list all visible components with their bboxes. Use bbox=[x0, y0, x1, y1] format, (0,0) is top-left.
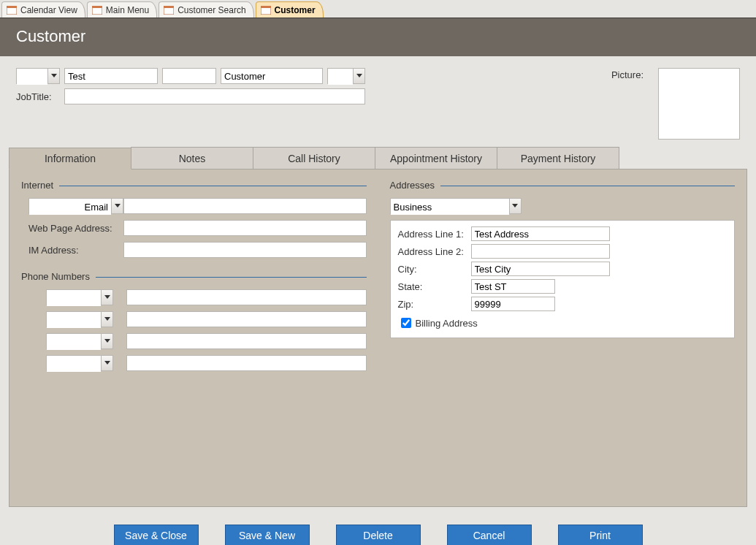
addr-city-input[interactable] bbox=[471, 262, 610, 276]
last-name-input[interactable] bbox=[221, 68, 323, 84]
svg-rect-1 bbox=[7, 6, 17, 8]
doc-tab-label: Main Menu bbox=[106, 5, 149, 15]
tab-label: Appointment History bbox=[390, 153, 482, 164]
form-header: Customer bbox=[0, 18, 756, 56]
tab-information[interactable]: Information bbox=[9, 148, 131, 169]
button-label: Delete bbox=[363, 530, 392, 541]
addr-zip-input[interactable] bbox=[471, 297, 555, 311]
svg-marker-10 bbox=[115, 204, 121, 207]
phone-number-input[interactable] bbox=[126, 311, 367, 327]
document-tab-bar: Calendar View Main Menu Customer Search … bbox=[0, 0, 756, 18]
suffix-input[interactable] bbox=[328, 69, 353, 85]
chevron-down-icon[interactable] bbox=[509, 199, 521, 213]
chevron-down-icon[interactable] bbox=[101, 312, 112, 327]
addr-line2-label: Address Line 2: bbox=[398, 246, 471, 257]
suffix-combo[interactable] bbox=[327, 68, 365, 84]
chevron-down-icon[interactable] bbox=[101, 290, 112, 305]
internet-group: Internet Web Page Address: bbox=[21, 180, 367, 258]
chevron-down-icon[interactable] bbox=[101, 334, 112, 348]
doc-tab-customer[interactable]: Customer bbox=[256, 1, 324, 18]
email-type-combo[interactable] bbox=[28, 198, 123, 214]
jobtitle-label: JobTitle: bbox=[16, 91, 60, 102]
svg-marker-8 bbox=[51, 74, 57, 77]
phone-type-input[interactable] bbox=[47, 312, 101, 328]
form-icon bbox=[7, 6, 17, 15]
svg-marker-15 bbox=[512, 204, 518, 207]
email-input[interactable] bbox=[123, 198, 367, 214]
tab-notes[interactable]: Notes bbox=[131, 147, 253, 169]
save-new-button[interactable]: Save & New bbox=[225, 525, 310, 545]
picture-label: Picture: bbox=[611, 68, 644, 80]
first-name-input[interactable] bbox=[64, 68, 158, 84]
name-area: JobTitle: Picture: bbox=[0, 56, 756, 147]
doc-tab-label: Customer Search bbox=[177, 5, 245, 15]
email-type-input[interactable] bbox=[29, 199, 111, 215]
svg-marker-13 bbox=[104, 339, 110, 343]
form-icon bbox=[92, 6, 102, 15]
web-address-input[interactable] bbox=[123, 220, 367, 236]
button-label: Save & Close bbox=[125, 530, 187, 541]
phone-number-input[interactable] bbox=[126, 333, 367, 349]
addr-line2-input[interactable] bbox=[471, 244, 610, 259]
save-close-button[interactable]: Save & Close bbox=[114, 525, 199, 545]
print-button[interactable]: Print bbox=[558, 525, 643, 545]
button-bar: Save & Close Save & New Delete Cancel Pr… bbox=[0, 516, 756, 545]
right-column: Addresses Address Line 1: Address Line 2… bbox=[390, 180, 736, 496]
im-address-input[interactable] bbox=[123, 242, 367, 258]
addresses-group: Addresses Address Line 1: Address Line 2… bbox=[390, 180, 736, 338]
doc-tab-customer-search[interactable]: Customer Search bbox=[159, 1, 253, 18]
phone-type-input[interactable] bbox=[47, 290, 101, 306]
phone-type-combo[interactable] bbox=[46, 355, 113, 371]
job-title-input[interactable] bbox=[64, 88, 365, 104]
chevron-down-icon[interactable] bbox=[101, 356, 112, 370]
button-label: Print bbox=[589, 530, 611, 541]
svg-marker-12 bbox=[104, 317, 110, 321]
address-panel: Address Line 1: Address Line 2: City: St… bbox=[390, 220, 736, 338]
addr-city-label: City: bbox=[398, 264, 471, 275]
tab-call-history[interactable]: Call History bbox=[253, 147, 375, 169]
phone-type-combo[interactable] bbox=[46, 311, 113, 327]
middle-name-input[interactable] bbox=[162, 68, 216, 84]
page-title: Customer bbox=[16, 27, 85, 45]
divider bbox=[440, 186, 735, 186]
addr-line1-input[interactable] bbox=[471, 226, 610, 241]
picture-box[interactable] bbox=[658, 68, 740, 140]
phone-type-combo[interactable] bbox=[46, 289, 113, 305]
delete-button[interactable]: Delete bbox=[336, 525, 421, 545]
internet-group-title: Internet bbox=[21, 180, 53, 191]
web-label: Web Page Address: bbox=[21, 223, 123, 234]
tab-label: Notes bbox=[179, 153, 206, 164]
tab-appointment-history[interactable]: Appointment History bbox=[375, 147, 497, 169]
chevron-down-icon[interactable] bbox=[47, 69, 59, 83]
form-icon bbox=[164, 6, 174, 15]
chevron-down-icon[interactable] bbox=[111, 199, 123, 213]
chevron-down-icon[interactable] bbox=[353, 69, 364, 83]
tab-label: Call History bbox=[288, 153, 340, 164]
addr-state-label: State: bbox=[398, 281, 471, 292]
prefix-combo[interactable] bbox=[16, 68, 60, 84]
divider bbox=[59, 186, 366, 186]
addr-state-input[interactable] bbox=[471, 279, 555, 294]
prefix-input[interactable] bbox=[17, 69, 47, 85]
phone-number-input[interactable] bbox=[126, 289, 367, 305]
addr-zip-label: Zip: bbox=[398, 299, 471, 310]
button-label: Cancel bbox=[473, 530, 505, 541]
im-label: IM Address: bbox=[21, 245, 123, 256]
phone-number-input[interactable] bbox=[126, 355, 367, 371]
phone-type-input[interactable] bbox=[47, 334, 101, 350]
tab-payment-history[interactable]: Payment History bbox=[497, 147, 619, 169]
cancel-button[interactable]: Cancel bbox=[447, 525, 532, 545]
picture-area: Picture: bbox=[611, 68, 740, 140]
address-type-input[interactable] bbox=[391, 199, 509, 215]
doc-tab-calendar-view[interactable]: Calendar View bbox=[1, 1, 85, 18]
billing-address-checkbox[interactable] bbox=[401, 318, 411, 328]
phone-type-combo[interactable] bbox=[46, 333, 113, 349]
svg-marker-9 bbox=[356, 74, 362, 77]
billing-address-label: Billing Address bbox=[416, 318, 478, 329]
detail-area: Information Notes Call History Appointme… bbox=[0, 147, 756, 516]
phone-type-input[interactable] bbox=[47, 356, 101, 372]
doc-tab-main-menu[interactable]: Main Menu bbox=[87, 1, 157, 18]
divider bbox=[96, 277, 367, 278]
doc-tab-label: Calendar View bbox=[20, 5, 77, 15]
address-type-combo[interactable] bbox=[390, 198, 522, 214]
